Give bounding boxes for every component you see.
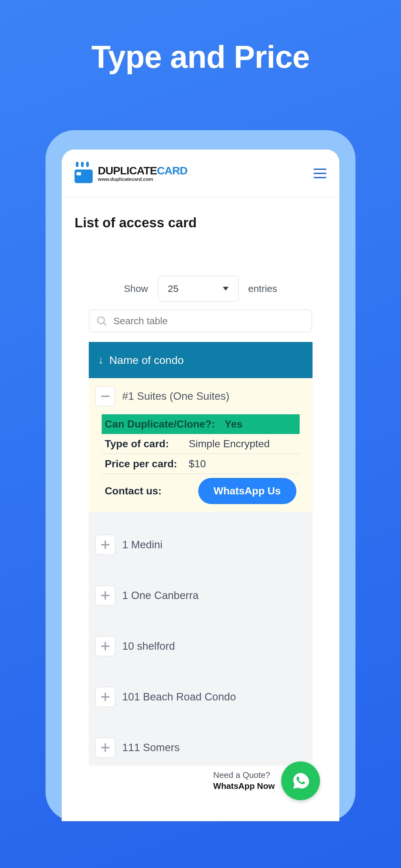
table-row[interactable]: 101 Beach Road Condo <box>89 679 312 715</box>
phone-shell: DUPLICATECARD www.duplicatecard.com List… <box>45 130 356 821</box>
entries-select[interactable]: 25 <box>158 276 239 302</box>
detail-contact: Contact us: WhatsApp Us <box>102 474 300 504</box>
search-icon <box>96 315 107 327</box>
detail-value: Simple Encrypted <box>189 438 270 450</box>
logo[interactable]: DUPLICATECARD www.duplicatecard.com <box>74 164 187 183</box>
fab-text: Need a Quote? WhatsApp Now <box>213 770 275 792</box>
expand-button[interactable] <box>95 585 115 606</box>
whatsapp-fab[interactable] <box>281 762 320 800</box>
detail-type: Type of card: Simple Encrypted <box>102 434 300 454</box>
fab-line1: Need a Quote? <box>213 770 275 781</box>
hero-title: Type and Price <box>91 39 310 75</box>
table-row-expanded[interactable]: #1 Suites (One Suites) <box>89 378 312 414</box>
svg-line-1 <box>104 323 106 326</box>
detail-label: Price per card: <box>105 458 179 470</box>
collapse-button[interactable] <box>95 386 115 406</box>
top-bar: DUPLICATECARD www.duplicatecard.com <box>62 150 339 197</box>
show-label: Show <box>124 283 148 294</box>
entries-control: Show 25 entries <box>74 276 327 302</box>
table-row[interactable]: 10 shelford <box>89 628 312 664</box>
expand-button[interactable] <box>95 636 115 656</box>
header-label: Name of condo <box>110 354 184 367</box>
expand-button[interactable] <box>95 535 115 555</box>
row-details: Can Duplicate/Clone?: Yes Type of card: … <box>89 414 312 512</box>
row-name: 1 One Canberra <box>122 589 199 601</box>
whatsapp-icon <box>291 771 310 790</box>
menu-icon[interactable] <box>313 168 327 178</box>
sort-arrow-icon: ↓ <box>98 354 104 366</box>
row-name: 111 Somers <box>122 741 180 754</box>
logo-text-2: CARD <box>157 164 187 177</box>
logo-text-1: DUPLICATE <box>98 164 157 177</box>
expand-button[interactable] <box>95 687 115 707</box>
chevron-down-icon <box>223 287 228 290</box>
detail-value: Yes <box>225 418 243 430</box>
search-input[interactable] <box>113 315 305 327</box>
detail-label: Can Duplicate/Clone?: <box>105 418 215 430</box>
fab-line2: WhatsApp Now <box>213 781 275 792</box>
whatsapp-fab-group: Need a Quote? WhatsApp Now <box>213 762 320 800</box>
entries-label: entries <box>248 283 277 294</box>
entries-value: 25 <box>168 283 179 294</box>
phone-screen: DUPLICATECARD www.duplicatecard.com List… <box>62 150 339 821</box>
table-row[interactable]: 1 One Canberra <box>89 578 312 614</box>
row-name: #1 Suites (One Suites) <box>122 390 229 402</box>
detail-duplicate: Can Duplicate/Clone?: Yes <box>102 414 300 434</box>
table-row[interactable]: 1 Medini <box>89 527 312 563</box>
detail-label: Type of card: <box>105 438 179 450</box>
whatsapp-button[interactable]: WhatsApp Us <box>198 478 297 504</box>
detail-value: $10 <box>189 458 206 470</box>
row-name: 10 shelford <box>122 640 175 652</box>
expand-button[interactable] <box>95 738 115 757</box>
logo-subtitle: www.duplicatecard.com <box>98 177 187 182</box>
detail-label: Contact us: <box>105 485 179 497</box>
page-title: List of access card <box>74 215 327 230</box>
search-box[interactable] <box>89 310 312 332</box>
table-row[interactable]: 111 Somers <box>89 730 312 766</box>
logo-icon <box>74 164 94 183</box>
row-name: 101 Beach Road Condo <box>122 691 236 703</box>
detail-price: Price per card: $10 <box>102 454 300 474</box>
condos-table: ↓ Name of condo #1 Suites (One Suites) C… <box>89 342 312 766</box>
table-header-name[interactable]: ↓ Name of condo <box>89 342 312 378</box>
row-name: 1 Medini <box>122 538 163 551</box>
